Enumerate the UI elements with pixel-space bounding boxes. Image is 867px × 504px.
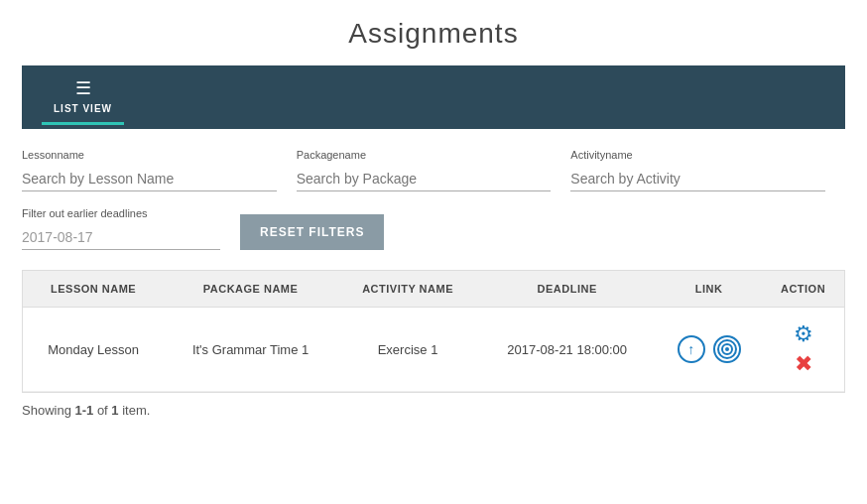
package-filter-group: Packagename bbox=[297, 149, 571, 191]
package-filter-label: Packagename bbox=[297, 149, 552, 161]
list-view-button[interactable]: ☰ LIST VIEW bbox=[42, 69, 124, 125]
package-filter-input[interactable] bbox=[297, 167, 552, 191]
cell-action: ⚙ ✖ bbox=[762, 308, 844, 392]
assignments-table-container: LESSON NAME PACKAGE NAME ACTIVITY NAME D… bbox=[22, 270, 845, 393]
list-view-label: LIST VIEW bbox=[54, 103, 112, 114]
cell-package-name: It's Grammar Time 1 bbox=[164, 308, 337, 392]
filters-row: Lessonname Packagename Activityname bbox=[22, 149, 845, 191]
activity-filter-input[interactable] bbox=[570, 167, 825, 191]
activity-filter-label: Activityname bbox=[570, 149, 825, 161]
showing-range: 1-1 bbox=[74, 403, 93, 418]
toolbar: ☰ LIST VIEW bbox=[22, 65, 845, 129]
col-activity-name: ACTIVITY NAME bbox=[337, 271, 478, 308]
col-link: LINK bbox=[656, 271, 762, 308]
col-action: ACTION bbox=[762, 271, 844, 308]
showing-total: 1 bbox=[111, 403, 118, 418]
edit-action-icon[interactable]: ⚙ bbox=[794, 321, 813, 347]
table-header-row: LESSON NAME PACKAGE NAME ACTIVITY NAME D… bbox=[23, 271, 844, 308]
delete-action-icon[interactable]: ✖ bbox=[795, 351, 812, 377]
cell-link: ↑ bbox=[656, 308, 762, 392]
col-package-name: PACKAGE NAME bbox=[164, 271, 337, 308]
reset-filters-button[interactable]: RESET FILTERS bbox=[240, 214, 384, 250]
col-lesson-name: LESSON NAME bbox=[23, 271, 164, 308]
assignments-table: LESSON NAME PACKAGE NAME ACTIVITY NAME D… bbox=[23, 271, 844, 392]
cell-deadline: 2017-08-21 18:00:00 bbox=[478, 308, 656, 392]
cell-activity-name: Exercise 1 bbox=[337, 308, 478, 392]
upload-link-icon[interactable]: ↑ bbox=[678, 335, 705, 363]
col-deadline: DEADLINE bbox=[478, 271, 656, 308]
filters-row2: Filter out earlier deadlines RESET FILTE… bbox=[22, 207, 845, 250]
deadline-filter-group: Filter out earlier deadlines bbox=[22, 207, 220, 250]
showing-text: Showing 1-1 of 1 item. bbox=[22, 403, 845, 418]
target-link-icon[interactable] bbox=[713, 335, 741, 363]
page-title: Assignments bbox=[0, 0, 867, 65]
lesson-filter-input[interactable] bbox=[22, 167, 277, 191]
activity-filter-group: Activityname bbox=[570, 149, 845, 191]
list-icon: ☰ bbox=[75, 77, 91, 99]
deadline-filter-label: Filter out earlier deadlines bbox=[22, 207, 220, 219]
cell-lesson-name: Monday Lesson bbox=[23, 308, 164, 392]
lesson-filter-label: Lessonname bbox=[22, 149, 277, 161]
table-row: Monday Lesson It's Grammar Time 1 Exerci… bbox=[23, 308, 844, 392]
lesson-filter-group: Lessonname bbox=[22, 149, 297, 191]
svg-point-2 bbox=[726, 348, 728, 350]
deadline-filter-input[interactable] bbox=[22, 225, 220, 250]
